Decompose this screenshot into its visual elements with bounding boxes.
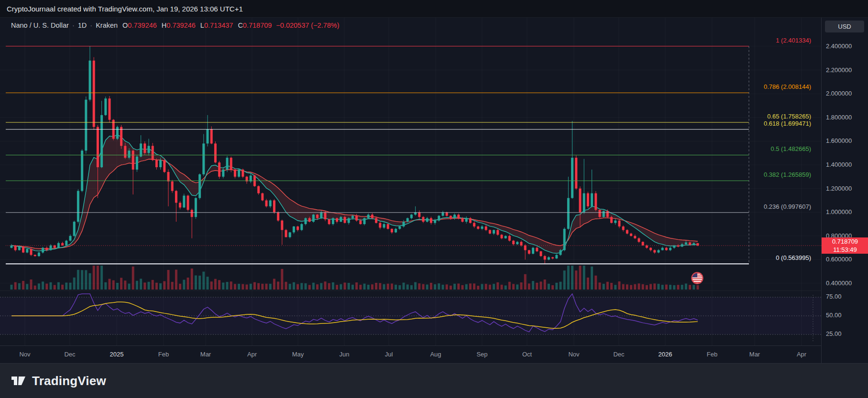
rsi-canvas[interactable] xyxy=(0,291,821,346)
low-value: 0.713437 xyxy=(204,22,233,29)
rsi-indicator-pane[interactable] xyxy=(0,290,821,346)
price-axis-label: 1.800000 xyxy=(826,114,852,121)
low-label: L xyxy=(200,22,204,29)
time-axis-label: Apr xyxy=(797,351,806,358)
rsi-axis-label: 25.00 xyxy=(826,330,842,338)
open-label: O xyxy=(122,22,128,29)
us-flag-icon xyxy=(691,272,703,284)
time-axis-label: Mar xyxy=(200,351,211,358)
time-axis-label: Sep xyxy=(476,351,487,358)
time-axis-label: May xyxy=(292,351,304,358)
price-axis-label: 1.200000 xyxy=(826,185,852,193)
fib-level-label: 0.5 (1.482665) xyxy=(770,145,811,152)
high-label: H xyxy=(162,22,166,29)
fib-level-label: 0.786 (2.008144) xyxy=(764,83,811,90)
time-axis-label: Jul xyxy=(385,351,393,358)
time-axis-label: Apr xyxy=(247,351,257,358)
change-value: −0.020537 (−2.78%) xyxy=(276,22,339,29)
currency-toggle-usd[interactable]: USD xyxy=(825,21,864,32)
symbol-title[interactable]: Nano / U. S. Dollar xyxy=(11,22,69,29)
time-axis-label: Feb xyxy=(158,351,169,358)
time-axis-label: Nov xyxy=(568,351,579,358)
time-axis-label: 2026 xyxy=(659,351,672,358)
time-axis-label: Aug xyxy=(430,351,441,358)
watermark-bar: CryptoJournaal created with TradingView.… xyxy=(0,0,868,18)
price-axis-label: 0.400000 xyxy=(826,280,852,287)
price-axis-label: 1.000000 xyxy=(826,208,852,216)
time-axis-label: Jun xyxy=(340,351,350,358)
price-chart-pane[interactable]: 1 (2.401334)0.786 (2.008144)0.65 (1.7582… xyxy=(0,18,821,290)
separator: · xyxy=(90,22,92,29)
price-axis-label: 1.400000 xyxy=(826,161,852,169)
last-price-value: 0.718709 xyxy=(822,237,868,246)
tradingview-chart-window: CryptoJournaal created with TradingView.… xyxy=(0,0,868,398)
bar-countdown: 11:53:49 xyxy=(822,246,868,254)
high-value: 0.739246 xyxy=(166,22,195,29)
watermark-text: CryptoJournaal created with TradingView.… xyxy=(7,5,243,13)
tradingview-logo-icon[interactable] xyxy=(11,375,27,387)
exchange-label: Kraken xyxy=(96,22,118,29)
time-axis-label: Feb xyxy=(707,351,717,358)
price-axis-label: 1.600000 xyxy=(826,137,852,145)
price-axis-label: 2.000000 xyxy=(826,90,852,97)
close-label: C xyxy=(238,22,242,29)
price-axis[interactable]: USD 0.718709 11:53:49 2.4000002.2000002.… xyxy=(821,18,868,363)
time-axis[interactable]: NovDec2025FebMarAprMayJunJulAugSepOctNov… xyxy=(0,345,821,364)
symbol-header[interactable]: Nano / U. S. Dollar·1D·KrakenO0.739246H0… xyxy=(11,22,340,29)
us-flag-event-icon[interactable] xyxy=(691,272,703,284)
volume-bars xyxy=(11,266,699,290)
last-price-badge: 0.718709 11:53:49 xyxy=(822,237,868,254)
rsi-axis-label: 50.00 xyxy=(826,312,842,319)
time-axis-label: Mar xyxy=(749,351,760,358)
time-axis-label: Nov xyxy=(19,351,30,358)
brand-bar: TradingView xyxy=(0,363,868,398)
time-axis-label: Dec xyxy=(613,351,624,358)
open-value: 0.739246 xyxy=(128,22,156,29)
time-axis-label: Oct xyxy=(522,351,532,358)
close-value: 0.718709 xyxy=(243,22,272,29)
separator: · xyxy=(72,22,75,29)
price-axis-label: 0.600000 xyxy=(826,256,852,263)
fib-level-label: 0.65 (1.758265) xyxy=(767,113,811,120)
fib-level-label: 1 (2.401334) xyxy=(776,37,811,44)
interval-label[interactable]: 1D xyxy=(78,22,87,29)
price-chart-canvas[interactable]: 1 (2.401334)0.786 (2.008144)0.65 (1.7582… xyxy=(0,18,821,290)
rsi-axis-label: 75.00 xyxy=(826,293,842,301)
fib-level-label: 0.618 (1.699471) xyxy=(764,120,811,127)
time-axis-label: Dec xyxy=(64,351,75,358)
rsi-band xyxy=(0,297,821,334)
fib-level-label: 0 (0.563995) xyxy=(776,254,811,261)
tradingview-wordmark[interactable]: TradingView xyxy=(32,374,106,388)
fib-level-label: 0.382 (1.265859) xyxy=(764,171,811,178)
price-axis-label: 2.400000 xyxy=(826,43,852,50)
fib-level-label: 0.236 (0.997607) xyxy=(764,203,811,210)
price-axis-label: 2.200000 xyxy=(826,66,852,74)
time-axis-label: 2025 xyxy=(110,351,124,358)
